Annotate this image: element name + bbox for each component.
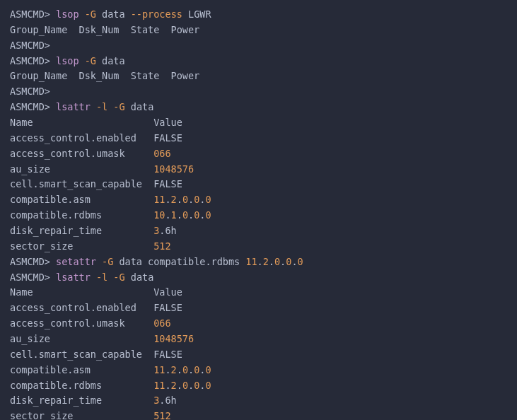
attr-row: access_control.enabled FALSE — [10, 131, 507, 146]
attr-row: compatible.asm 11.2.0.0.0 — [10, 192, 507, 208]
lsop-header: Group_Name Dsk_Num State Power — [10, 69, 507, 84]
prompt-line[interactable]: ASMCMD> setattr -G data compatible.rdbms… — [10, 255, 507, 270]
prompt-line[interactable]: ASMCMD> — [10, 38, 507, 54]
attr-row: sector_size 512 — [10, 409, 507, 420]
prompt-line[interactable]: ASMCMD> lsop -G data — [10, 54, 507, 69]
attr-row: compatible.asm 11.2.0.0.0 — [10, 363, 507, 378]
prompt-line[interactable]: ASMCMD> — [10, 84, 507, 100]
attr-row: disk_repair_time 3.6h — [10, 393, 507, 409]
attr-header: Name Value — [10, 115, 507, 131]
attr-row: compatible.rdbms 10.1.0.0.0 — [10, 208, 507, 223]
attr-row: au_size 1048576 — [10, 162, 507, 177]
attr-row: disk_repair_time 3.6h — [10, 223, 507, 239]
attr-header: Name Value — [10, 285, 507, 301]
attr-row: access_control.umask 066 — [10, 316, 507, 332]
attr-row: access_control.enabled FALSE — [10, 301, 507, 316]
attr-row: au_size 1048576 — [10, 332, 507, 347]
terminal-output: ASMCMD> lsop -G data --process LGWRGroup… — [10, 7, 507, 420]
attr-row: cell.smart_scan_capable FALSE — [10, 347, 507, 363]
attr-row: cell.smart_scan_capable FALSE — [10, 177, 507, 192]
attr-row: access_control.umask 066 — [10, 146, 507, 162]
prompt-line[interactable]: ASMCMD> lsattr -l -G data — [10, 100, 507, 115]
attr-row: compatible.rdbms 11.2.0.0.0 — [10, 378, 507, 394]
lsop-header: Group_Name Dsk_Num State Power — [10, 23, 507, 38]
prompt-line[interactable]: ASMCMD> lsop -G data --process LGWR — [10, 7, 507, 23]
prompt-line[interactable]: ASMCMD> lsattr -l -G data — [10, 270, 507, 286]
attr-row: sector_size 512 — [10, 239, 507, 255]
